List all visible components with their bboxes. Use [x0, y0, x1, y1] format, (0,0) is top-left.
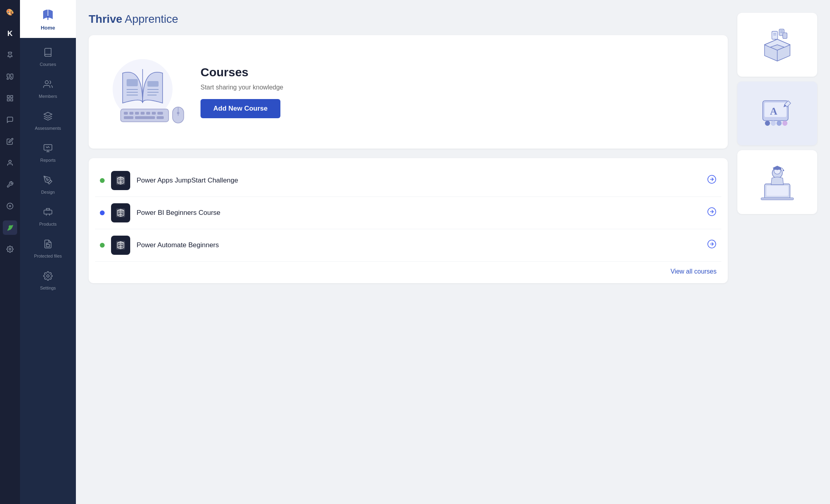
sidebar-item-members-label: Members: [39, 94, 57, 99]
course-thumbnail: [111, 171, 130, 190]
svg-rect-31: [127, 79, 138, 86]
courses-icon: [43, 48, 53, 60]
sidebar-item-products-label: Products: [39, 222, 56, 226]
svg-rect-25: [135, 116, 155, 119]
right-card-box: [737, 13, 817, 77]
svg-point-77: [782, 121, 788, 126]
svg-rect-23: [157, 112, 163, 115]
svg-rect-1: [7, 95, 9, 97]
user2-icon[interactable]: [3, 156, 17, 170]
leaf-icon[interactable]: [3, 220, 17, 235]
svg-rect-18: [129, 112, 133, 115]
sidebar-nav: Courses Members Assessments Reports Desi…: [20, 38, 76, 300]
pin-icon[interactable]: [3, 48, 17, 62]
svg-point-75: [771, 121, 776, 126]
plus2-icon[interactable]: [3, 199, 17, 213]
sidebar-item-courses-label: Courses: [40, 62, 56, 67]
course-arrow-icon[interactable]: [707, 239, 717, 251]
sidebar-item-settings[interactable]: Settings: [23, 266, 73, 296]
k-icon[interactable]: K: [3, 26, 17, 41]
svg-rect-4: [11, 99, 13, 101]
svg-rect-69: [783, 33, 787, 39]
svg-rect-21: [146, 112, 150, 115]
svg-rect-48: [118, 211, 120, 213]
settings-icon: [43, 271, 53, 283]
svg-rect-40: [118, 179, 120, 181]
quote-icon[interactable]: [3, 69, 17, 84]
pages-icon[interactable]: [3, 91, 17, 105]
wrench-icon[interactable]: [3, 177, 17, 192]
sidebar-home[interactable]: Home: [20, 0, 76, 38]
sidebar-item-design-label: Design: [41, 190, 55, 194]
svg-rect-16: [121, 109, 169, 122]
course-name: Power BI Beginners Course: [137, 209, 701, 217]
comment-icon[interactable]: [3, 113, 17, 127]
svg-point-86: [783, 170, 784, 171]
sidebar-item-reports-label: Reports: [40, 158, 56, 163]
course-status-dot: [100, 243, 105, 248]
course-item[interactable]: Power BI Beginners Course: [95, 197, 721, 229]
svg-text:A: A: [770, 105, 778, 117]
sidebar-item-reports[interactable]: Reports: [23, 138, 73, 168]
hero-title: Courses: [201, 65, 283, 79]
palette-icon[interactable]: 🎨: [3, 5, 17, 19]
add-new-course-button[interactable]: Add New Course: [201, 99, 280, 118]
content-right: A: [737, 13, 817, 491]
sidebar: Home Courses Members Assessments Reports: [20, 0, 76, 504]
svg-rect-35: [147, 81, 159, 87]
svg-rect-20: [141, 112, 145, 115]
sidebar-item-protected-files[interactable]: Protected files: [23, 234, 73, 264]
protected-files-icon: [43, 239, 53, 251]
hero-subtitle: Start sharing your knowledge: [201, 84, 283, 91]
content-area: Thrive Apprentice: [76, 0, 830, 504]
right-card-design: A: [737, 81, 817, 145]
members-icon: [43, 79, 53, 91]
svg-rect-24: [124, 116, 133, 119]
svg-rect-80: [761, 198, 794, 200]
course-thumbnail: [111, 236, 130, 255]
svg-point-5: [9, 160, 11, 163]
svg-rect-56: [118, 244, 120, 245]
svg-rect-63: [772, 31, 778, 39]
svg-point-29: [177, 112, 179, 114]
sidebar-item-members[interactable]: Members: [23, 74, 73, 104]
icon-bar: 🎨 K: [0, 0, 20, 504]
sidebar-item-assessments[interactable]: Assessments: [23, 106, 73, 136]
hero-card: Courses Start sharing your knowledge Add…: [89, 35, 728, 149]
hero-text: Courses Start sharing your knowledge Add…: [201, 65, 283, 118]
svg-rect-19: [135, 112, 139, 115]
reports-icon: [43, 143, 53, 155]
sidebar-item-courses[interactable]: Courses: [23, 42, 73, 72]
sidebar-item-settings-label: Settings: [40, 286, 56, 290]
svg-rect-79: [766, 186, 788, 196]
svg-rect-3: [7, 99, 9, 101]
svg-rect-17: [124, 112, 128, 115]
course-name: Power Automate Beginners: [137, 241, 701, 249]
svg-point-9: [9, 248, 11, 250]
course-name: Power Apps JumpStart Challenge: [137, 177, 701, 185]
svg-point-14: [47, 275, 49, 277]
sidebar-home-label: Home: [41, 25, 55, 31]
course-list: Power Apps JumpStart Challenge: [89, 158, 728, 283]
svg-rect-13: [46, 244, 50, 247]
course-item[interactable]: Power Apps JumpStart Challenge: [95, 165, 721, 197]
svg-point-74: [765, 121, 770, 126]
sidebar-item-design[interactable]: Design: [23, 170, 73, 200]
assessments-icon: [43, 111, 53, 123]
view-all-row: View all courses: [95, 262, 721, 277]
course-arrow-icon[interactable]: [707, 207, 717, 219]
course-item[interactable]: Power Automate Beginners: [95, 229, 721, 262]
sidebar-item-products[interactable]: Products: [23, 202, 73, 232]
svg-rect-26: [157, 116, 164, 119]
svg-point-10: [45, 81, 48, 84]
course-arrow-icon[interactable]: [707, 175, 717, 187]
edit2-icon[interactable]: [3, 134, 17, 149]
page-title: Thrive Apprentice: [89, 13, 728, 26]
view-all-courses-link[interactable]: View all courses: [671, 268, 717, 275]
gear2-icon[interactable]: [3, 242, 17, 256]
course-status-dot: [100, 178, 105, 183]
course-thumbnail: [111, 203, 130, 222]
svg-point-12: [47, 179, 48, 181]
products-icon: [43, 207, 53, 219]
content-left: Thrive Apprentice: [89, 13, 728, 491]
